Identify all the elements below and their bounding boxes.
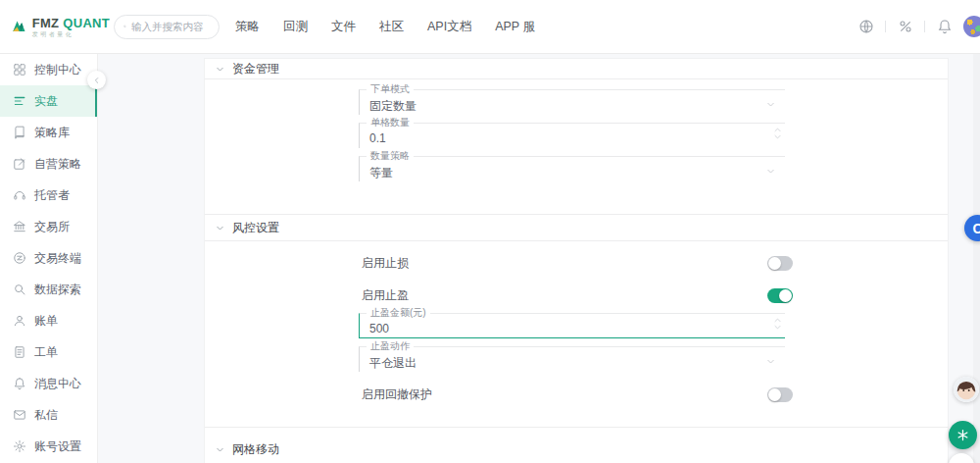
number-stepper[interactable] [774, 128, 781, 139]
sidebar-item-strategy-library[interactable]: 策略库 [0, 117, 97, 148]
cell-amount-input[interactable]: 单格数量 0.1 [359, 123, 785, 148]
fmz-logo-icon [12, 14, 26, 39]
sidebar-item-own-strategy[interactable]: 自营策略 [0, 148, 97, 180]
order-mode-value: 固定数量 [360, 90, 785, 115]
sidebar-item-exchange[interactable]: 交易所 [0, 211, 97, 242]
brand-subtitle: 发明者量化 [32, 31, 110, 37]
header-actions [858, 16, 980, 37]
drawdown-protect-row: 启用回撤保护 [362, 385, 793, 404]
top-header: FMZ QUANT 发明者量化 策略 回测 文件 社区 API文档 APP 服 [0, 0, 980, 54]
strategy-library-icon [13, 126, 26, 139]
order-mode-select[interactable]: 下单模式 固定数量 [359, 89, 785, 115]
main-nav: 策略 回测 文件 社区 API文档 APP 服 [235, 19, 535, 35]
number-stepper[interactable] [774, 318, 781, 330]
search-input[interactable] [131, 21, 210, 32]
chevron-down-icon [216, 65, 224, 74]
stop-loss-toggle[interactable] [767, 256, 793, 271]
dashboard-icon [13, 63, 26, 77]
chevron-left-icon [93, 77, 101, 84]
language-globe-icon[interactable] [858, 19, 874, 35]
live-trading-icon [13, 94, 26, 108]
section-risk-control[interactable]: 风控设置 [205, 215, 948, 241]
stop-loss-row: 启用止损 [362, 253, 793, 273]
nav-api-docs[interactable]: API文档 [427, 19, 471, 35]
sidebar-item-agent[interactable]: 托管者 [0, 180, 97, 211]
user-avatar[interactable] [963, 16, 980, 37]
tp-amount-input[interactable]: 止盈金额(元) 500 [359, 313, 785, 338]
nav-strategy[interactable]: 策略 [235, 19, 260, 35]
global-search[interactable] [114, 15, 220, 39]
search-icon [123, 21, 126, 32]
take-profit-toggle[interactable] [767, 288, 793, 303]
qty-strategy-select[interactable]: 数量策略 等量 [359, 156, 785, 181]
chevron-down-icon [766, 100, 775, 109]
divider [205, 427, 948, 428]
notification-bell-icon[interactable] [936, 19, 953, 35]
support-avatar-icon [954, 377, 979, 402]
nav-backtest[interactable]: 回测 [283, 19, 308, 35]
sidebar-collapse-button[interactable] [87, 71, 106, 89]
own-strategy-icon [13, 157, 26, 171]
chevron-down-icon [216, 445, 224, 454]
sidebar-item-private-message[interactable]: 私信 [0, 399, 97, 431]
sidebar-item-live-trading[interactable]: 实盘 [0, 85, 97, 117]
section-grid-move[interactable]: 网格移动 [205, 439, 948, 460]
fmz-logo[interactable]: FMZ QUANT 发明者量化 [0, 14, 110, 39]
left-sidebar: 控制中心 实盘 策略库 自营策略 托管者 交易所 交易终端 [0, 54, 98, 463]
cell-amount-value: 0.1 [360, 124, 785, 145]
sidebar-item-data-explore[interactable]: 数据探索 [0, 274, 97, 305]
tp-action-select[interactable]: 止盈动作 平仓退出 [359, 346, 785, 372]
ticket-document-icon [13, 345, 26, 359]
sidebar-item-bills[interactable]: 账单 [0, 305, 97, 336]
drawdown-protect-toggle[interactable] [767, 387, 793, 402]
bill-person-icon [13, 314, 26, 328]
sidebar-item-ticket[interactable]: 工单 [0, 336, 97, 368]
header-separator [924, 21, 925, 32]
sidebar-item-message-center[interactable]: 消息中心 [0, 368, 97, 399]
brand-name: FMZ QUANT [32, 17, 110, 29]
message-bell-icon [13, 377, 26, 390]
sidebar-item-account-settings[interactable]: 账号设置 [0, 431, 97, 462]
section-title: 风控设置 [232, 220, 279, 236]
chevron-down-icon [766, 167, 775, 176]
support-avatar-button[interactable] [954, 377, 979, 402]
envelope-icon [13, 408, 26, 422]
data-explore-icon [13, 283, 26, 296]
nav-docs[interactable]: 文件 [331, 19, 356, 35]
section-fund-management[interactable]: 资金管理 [205, 59, 948, 79]
section-title: 网格移动 [232, 441, 279, 458]
discount-icon[interactable] [897, 19, 913, 35]
scrollbar-track[interactable] [973, 54, 980, 463]
agent-headset-icon [13, 188, 26, 202]
exchange-bank-icon [13, 220, 26, 233]
take-profit-row: 启用止盈 [362, 285, 793, 305]
asterisk-flower-icon [956, 428, 970, 442]
customer-service-button[interactable] [949, 421, 977, 449]
sidebar-item-trading-terminal[interactable]: 交易终端 [0, 242, 97, 274]
nav-app[interactable]: APP 服 [495, 19, 535, 35]
header-separator [885, 21, 886, 32]
main-content: 资金管理 下单模式 固定数量 单格数量 0.1 数量策略 等量 [98, 54, 980, 463]
qty-strategy-value: 等量 [360, 157, 785, 181]
chevron-down-icon [216, 224, 224, 232]
nav-community[interactable]: 社区 [379, 19, 404, 35]
sidebar-item-dashboard[interactable]: 控制中心 [0, 54, 97, 85]
terminal-icon [13, 251, 26, 265]
section-title: 资金管理 [232, 61, 279, 77]
chevron-down-icon [766, 357, 775, 366]
tp-action-value: 平仓退出 [360, 347, 785, 372]
strategy-settings-card: 资金管理 下单模式 固定数量 单格数量 0.1 数量策略 等量 [204, 58, 949, 463]
gear-icon [13, 439, 26, 453]
